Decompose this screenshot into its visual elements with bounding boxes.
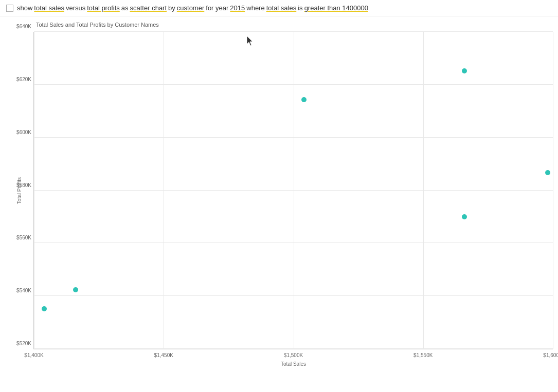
query-dimension[interactable]: customer: [177, 4, 204, 12]
query-total-sales[interactable]: total sales: [34, 4, 64, 12]
y-tick-3: $580K: [16, 182, 34, 188]
grid-line-v-0: [34, 32, 34, 349]
x-tick-3: $1,550K: [413, 352, 433, 358]
grid-line-v-2: [294, 32, 294, 349]
y-tick-6: $640K: [16, 24, 34, 29]
chart-area: Total Profits Total Sales $520K$540K$560…: [33, 32, 553, 349]
data-point-5: [545, 170, 550, 175]
query-checkbox[interactable]: [6, 5, 13, 12]
grid-line-v-1: [164, 32, 164, 349]
y-tick-2: $560K: [16, 235, 34, 240]
query-filter-field[interactable]: total sales: [266, 4, 297, 12]
data-point-0: [42, 306, 47, 311]
x-tick-1: $1,450K: [154, 352, 173, 358]
query-by: by: [168, 4, 175, 12]
query-show: show: [17, 4, 32, 12]
query-is: is: [298, 4, 302, 12]
x-tick-4: $1,600K: [543, 352, 558, 358]
grid-line-v-3: [423, 32, 424, 349]
y-tick-4: $600K: [16, 129, 34, 135]
data-point-4: [462, 214, 467, 219]
query-where: where: [246, 4, 264, 12]
query-for-year: for year: [206, 4, 228, 12]
x-axis-label: Total Sales: [281, 361, 306, 367]
data-point-1: [73, 287, 78, 292]
query-year[interactable]: 2015: [230, 4, 245, 12]
y-tick-0: $520K: [16, 341, 34, 346]
query-filter-value[interactable]: greater than 1400000: [304, 4, 368, 12]
query-as: as: [121, 4, 129, 12]
data-point-2: [301, 97, 307, 102]
query-chart-type[interactable]: scatter chart: [130, 4, 167, 12]
grid-line-v-4: [553, 32, 553, 349]
x-tick-0: $1,400K: [24, 352, 43, 358]
query-bar: show total sales versus total profits as…: [0, 0, 558, 16]
query-versus: versus: [66, 4, 85, 12]
data-point-3: [462, 68, 467, 73]
x-tick-2: $1,500K: [284, 352, 303, 358]
query-total-profits[interactable]: total profits: [87, 4, 120, 12]
chart-title: Total Sales and Total Profits by Custome…: [33, 22, 558, 28]
y-tick-5: $620K: [16, 76, 34, 82]
chart-container: Total Sales and Total Profits by Custome…: [0, 16, 558, 385]
y-axis-label: Total Profits: [16, 177, 22, 203]
y-tick-1: $540K: [16, 288, 34, 293]
